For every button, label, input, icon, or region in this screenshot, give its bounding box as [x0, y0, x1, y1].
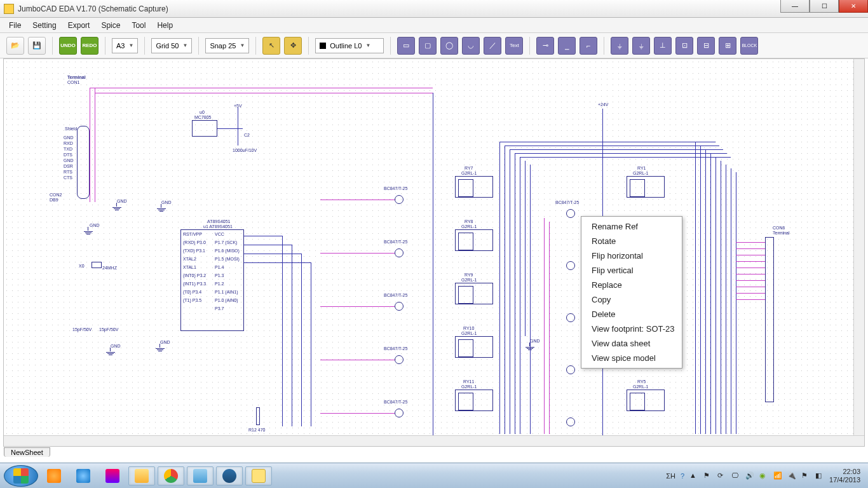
bus-tool[interactable]: ⌐ — [580, 37, 597, 55]
titlebar: JumboCAD EDA V1.70 (Schematic Capture) —… — [0, 0, 868, 18]
paper-value: A3 — [116, 42, 125, 50]
tray-action-icon[interactable]: ◧ — [815, 471, 824, 480]
open-button[interactable]: 📂 — [6, 37, 24, 55]
undo-button[interactable]: UNDO — [59, 37, 77, 55]
label-terminal: Terminal — [67, 75, 86, 79]
label-con1: CON1 — [67, 80, 79, 85]
block-icon: BLOCK — [742, 43, 757, 48]
redo-button[interactable]: REDO — [81, 37, 98, 55]
redo-label: REDO — [82, 43, 97, 48]
text-tool[interactable]: Text — [505, 37, 523, 55]
schematic-canvas[interactable]: Terminal CON1 CON2 DB9 Shield GND RXD TX… — [4, 59, 864, 446]
tray-battery-icon[interactable]: 🔌 — [787, 471, 796, 480]
move-tool[interactable]: ✥ — [284, 37, 302, 55]
block-tool[interactable]: BLOCK — [740, 37, 758, 55]
gnd-symbol — [83, 231, 93, 238]
floppy-icon: 💾 — [32, 41, 41, 50]
menu-spice[interactable]: Spice — [96, 20, 125, 31]
task-photos[interactable] — [187, 466, 214, 485]
snap-combo[interactable]: Snap 25▼ — [205, 38, 249, 53]
system-tray: ΣΗ ? ▲ ⚑ ⟳ 🖵 🔊 ◉ 📶 🔌 ⚑ ◧ 22:03 17/4/2013 — [666, 468, 864, 483]
ground-tool[interactable]: ⏚ — [632, 37, 650, 55]
db9-body — [77, 126, 90, 199]
sheet-tab-newsheet[interactable]: NewSheet — [4, 447, 50, 457]
vcc-tool[interactable]: ⊥ — [654, 37, 672, 55]
tray-nvidia-icon[interactable]: ◉ — [759, 471, 768, 480]
task-mediaplayer[interactable] — [41, 466, 67, 485]
arc-tool[interactable]: ◡ — [462, 37, 480, 55]
tray-chevron-up-icon[interactable]: ▲ — [689, 471, 698, 480]
ctx-rotate[interactable]: Rotate — [581, 234, 682, 248]
power-icon: ⏚ — [618, 42, 622, 50]
port-icon: ⊡ — [682, 41, 688, 50]
mcu-right-pins: VCC P1.7 (SCK) P1.6 (MISO) P1.5 (MOSI) P… — [215, 232, 240, 276]
ctx-view-footprint[interactable]: View footprint: SOT-23 — [581, 322, 682, 336]
wire-tool[interactable]: ⊸ — [536, 37, 554, 55]
roundrect-tool[interactable]: ▢ — [419, 37, 437, 55]
square-icon: ▭ — [403, 41, 409, 50]
task-jumbocad[interactable] — [245, 466, 272, 485]
menu-tool[interactable]: Tool — [126, 20, 151, 31]
rect-tool[interactable]: ▭ — [397, 37, 415, 55]
menu-export[interactable]: Export — [63, 20, 95, 31]
minimize-button[interactable]: — — [780, 0, 810, 13]
chevron-down-icon: ▼ — [365, 43, 370, 48]
tray-volume-icon[interactable]: 🔊 — [745, 471, 754, 480]
ctx-flip-vertical[interactable]: Flip vertical — [581, 263, 682, 278]
tray-display-icon[interactable]: 🖵 — [731, 471, 740, 480]
separator — [144, 37, 145, 55]
app-icon — [105, 469, 119, 483]
ctx-view-datasheet[interactable]: View data sheet — [581, 336, 682, 351]
tray-network-icon[interactable]: 📶 — [773, 471, 782, 480]
ctx-flip-horizontal[interactable]: Flip horizontal — [581, 248, 682, 263]
close-button[interactable]: ✕ — [839, 0, 868, 13]
save-button[interactable]: 💾 — [28, 37, 46, 55]
chevron-down-icon: ▼ — [128, 43, 133, 48]
canvas-area: Terminal CON1 CON2 DB9 Shield GND RXD TX… — [3, 58, 865, 447]
ground-icon: ⏚ — [639, 42, 644, 50]
ctx-replace[interactable]: Replace — [581, 278, 682, 292]
tray-sync-icon[interactable]: ⟳ — [717, 471, 726, 480]
tray-help-icon[interactable]: ? — [681, 472, 684, 480]
menu-help[interactable]: Help — [152, 20, 178, 31]
start-button[interactable] — [4, 465, 38, 487]
menu-file[interactable]: File — [4, 20, 26, 31]
task-app1[interactable] — [99, 466, 126, 485]
circle-tool[interactable]: ◯ — [440, 37, 458, 55]
task-ie[interactable] — [70, 466, 97, 485]
transistor — [566, 261, 575, 270]
separator — [52, 37, 53, 55]
task-explorer[interactable] — [128, 466, 155, 485]
roundrect-icon: ▢ — [424, 41, 431, 50]
task-app2[interactable] — [216, 466, 243, 485]
app-icon — [4, 4, 14, 14]
port-tool[interactable]: ⊡ — [675, 37, 693, 55]
ctx-rename-ref[interactable]: Rename Ref — [581, 219, 682, 234]
line-tool[interactable]: ／ — [484, 37, 501, 55]
ctx-delete[interactable]: Delete — [581, 307, 682, 322]
photos-icon — [193, 469, 207, 483]
ctx-view-spice[interactable]: View spice model — [581, 351, 682, 365]
menu-setting[interactable]: Setting — [27, 20, 61, 31]
separator — [604, 37, 604, 55]
power-tool[interactable]: ⏚ — [611, 37, 628, 55]
ctx-copy[interactable]: Copy — [581, 292, 682, 307]
grid-combo[interactable]: Grid 50▼ — [151, 38, 192, 53]
pin-tool[interactable]: ⊟ — [697, 37, 715, 55]
context-menu: Rename Ref Rotate Flip horizontal Flip v… — [581, 216, 682, 369]
task-chrome[interactable] — [158, 466, 184, 485]
tray-clock[interactable]: 22:03 17/4/2013 — [829, 468, 860, 483]
folder-icon — [135, 469, 149, 483]
tray-lang[interactable]: ΣΗ — [666, 472, 675, 480]
paper-size-combo[interactable]: A3▼ — [112, 38, 138, 53]
select-tool[interactable]: ↖ — [262, 37, 280, 55]
layer-combo[interactable]: Outline L0▼ — [315, 38, 384, 53]
component-tool[interactable]: ⊞ — [719, 37, 736, 55]
scrollbar-vertical[interactable] — [853, 59, 864, 435]
transistor — [395, 195, 403, 204]
net-tool[interactable]: ⎯ — [558, 37, 576, 55]
tray-flag-icon[interactable]: ⚑ — [703, 471, 712, 480]
maximize-button[interactable]: ☐ — [810, 0, 839, 13]
layer-swatch — [320, 43, 326, 49]
tray-shield-icon[interactable]: ⚑ — [801, 471, 810, 480]
